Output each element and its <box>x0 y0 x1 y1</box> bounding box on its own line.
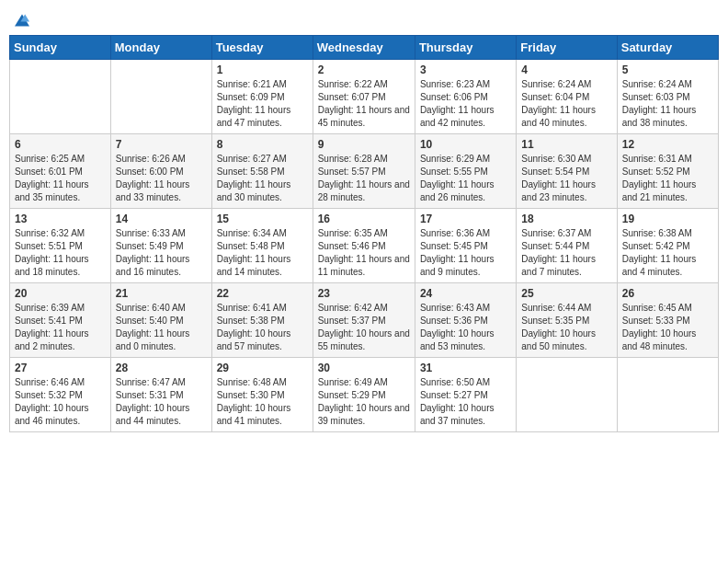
cell-content: Sunrise: 6:38 AM Sunset: 5:42 PM Dayligh… <box>622 227 713 279</box>
calendar-cell: 20Sunrise: 6:39 AM Sunset: 5:41 PM Dayli… <box>10 283 111 358</box>
cell-content: Sunrise: 6:21 AM Sunset: 6:09 PM Dayligh… <box>217 78 308 130</box>
day-number: 25 <box>521 287 611 300</box>
cell-content: Sunrise: 6:47 AM Sunset: 5:31 PM Dayligh… <box>116 376 207 428</box>
column-header-sunday: Sunday <box>10 36 111 60</box>
calendar-cell <box>10 60 111 134</box>
cell-content: Sunrise: 6:43 AM Sunset: 5:36 PM Dayligh… <box>420 302 511 353</box>
calendar-cell: 11Sunrise: 6:30 AM Sunset: 5:54 PM Dayli… <box>517 134 617 209</box>
cell-content: Sunrise: 6:48 AM Sunset: 5:30 PM Dayligh… <box>217 376 308 428</box>
calendar-week-row: 20Sunrise: 6:39 AM Sunset: 5:41 PM Dayli… <box>10 283 719 358</box>
calendar-cell: 26Sunrise: 6:45 AM Sunset: 5:33 PM Dayli… <box>617 283 718 358</box>
day-number: 29 <box>217 362 308 374</box>
cell-content: Sunrise: 6:26 AM Sunset: 6:00 PM Dayligh… <box>116 153 207 204</box>
calendar-cell: 18Sunrise: 6:37 AM Sunset: 5:44 PM Dayli… <box>517 209 617 283</box>
calendar-cell: 5Sunrise: 6:24 AM Sunset: 6:03 PM Daylig… <box>617 60 718 134</box>
calendar-cell: 4Sunrise: 6:24 AM Sunset: 6:04 PM Daylig… <box>517 60 617 134</box>
page-header <box>9 9 719 28</box>
calendar-week-row: 1Sunrise: 6:21 AM Sunset: 6:09 PM Daylig… <box>10 60 719 134</box>
day-number: 7 <box>116 138 207 151</box>
cell-content: Sunrise: 6:23 AM Sunset: 6:06 PM Dayligh… <box>420 78 511 130</box>
calendar-cell: 24Sunrise: 6:43 AM Sunset: 5:36 PM Dayli… <box>415 283 516 358</box>
cell-content: Sunrise: 6:32 AM Sunset: 5:51 PM Dayligh… <box>15 227 106 279</box>
cell-content: Sunrise: 6:42 AM Sunset: 5:37 PM Dayligh… <box>318 302 410 353</box>
day-number: 15 <box>217 213 308 225</box>
day-number: 2 <box>318 63 410 76</box>
day-number: 30 <box>318 362 410 374</box>
day-number: 4 <box>521 63 611 76</box>
day-number: 23 <box>318 287 410 300</box>
cell-content: Sunrise: 6:29 AM Sunset: 5:55 PM Dayligh… <box>420 153 511 204</box>
day-number: 11 <box>521 138 611 151</box>
cell-content: Sunrise: 6:31 AM Sunset: 5:52 PM Dayligh… <box>622 153 713 204</box>
logo <box>13 9 29 28</box>
day-number: 14 <box>116 213 207 225</box>
day-number: 17 <box>420 213 511 225</box>
cell-content: Sunrise: 6:39 AM Sunset: 5:41 PM Dayligh… <box>15 302 106 353</box>
day-number: 9 <box>318 138 410 151</box>
calendar-cell: 17Sunrise: 6:36 AM Sunset: 5:45 PM Dayli… <box>415 209 516 283</box>
logo-icon <box>15 13 29 28</box>
day-number: 19 <box>622 213 713 225</box>
day-number: 22 <box>217 287 308 300</box>
calendar-cell: 8Sunrise: 6:27 AM Sunset: 5:58 PM Daylig… <box>211 134 313 209</box>
calendar-cell: 9Sunrise: 6:28 AM Sunset: 5:57 PM Daylig… <box>313 134 415 209</box>
calendar-header-row: SundayMondayTuesdayWednesdayThursdayFrid… <box>10 36 719 60</box>
cell-content: Sunrise: 6:27 AM Sunset: 5:58 PM Dayligh… <box>217 153 308 204</box>
cell-content: Sunrise: 6:50 AM Sunset: 5:27 PM Dayligh… <box>420 376 511 428</box>
calendar-week-row: 27Sunrise: 6:46 AM Sunset: 5:32 PM Dayli… <box>10 358 719 432</box>
calendar-cell: 1Sunrise: 6:21 AM Sunset: 6:09 PM Daylig… <box>211 60 313 134</box>
calendar-cell: 15Sunrise: 6:34 AM Sunset: 5:48 PM Dayli… <box>211 209 313 283</box>
day-number: 18 <box>521 213 611 225</box>
day-number: 21 <box>116 287 207 300</box>
calendar-cell: 7Sunrise: 6:26 AM Sunset: 6:00 PM Daylig… <box>110 134 211 209</box>
column-header-saturday: Saturday <box>617 36 718 60</box>
calendar-cell <box>517 358 617 432</box>
day-number: 6 <box>15 138 106 151</box>
cell-content: Sunrise: 6:37 AM Sunset: 5:44 PM Dayligh… <box>521 227 611 279</box>
calendar-cell: 2Sunrise: 6:22 AM Sunset: 6:07 PM Daylig… <box>313 60 415 134</box>
calendar-cell: 19Sunrise: 6:38 AM Sunset: 5:42 PM Dayli… <box>617 209 718 283</box>
cell-content: Sunrise: 6:34 AM Sunset: 5:48 PM Dayligh… <box>217 227 308 279</box>
cell-content: Sunrise: 6:24 AM Sunset: 6:04 PM Dayligh… <box>521 78 611 130</box>
day-number: 16 <box>318 213 410 225</box>
day-number: 3 <box>420 63 511 76</box>
day-number: 10 <box>420 138 511 151</box>
column-header-wednesday: Wednesday <box>313 36 415 60</box>
calendar-cell: 28Sunrise: 6:47 AM Sunset: 5:31 PM Dayli… <box>110 358 211 432</box>
calendar-week-row: 13Sunrise: 6:32 AM Sunset: 5:51 PM Dayli… <box>10 209 719 283</box>
calendar-cell: 3Sunrise: 6:23 AM Sunset: 6:06 PM Daylig… <box>415 60 516 134</box>
cell-content: Sunrise: 6:28 AM Sunset: 5:57 PM Dayligh… <box>318 153 410 204</box>
cell-content: Sunrise: 6:36 AM Sunset: 5:45 PM Dayligh… <box>420 227 511 279</box>
calendar-cell: 14Sunrise: 6:33 AM Sunset: 5:49 PM Dayli… <box>110 209 211 283</box>
day-number: 31 <box>420 362 511 374</box>
cell-content: Sunrise: 6:40 AM Sunset: 5:40 PM Dayligh… <box>116 302 207 353</box>
day-number: 1 <box>217 63 308 76</box>
cell-content: Sunrise: 6:35 AM Sunset: 5:46 PM Dayligh… <box>318 227 410 279</box>
day-number: 24 <box>420 287 511 300</box>
day-number: 27 <box>15 362 106 374</box>
calendar-cell: 10Sunrise: 6:29 AM Sunset: 5:55 PM Dayli… <box>415 134 516 209</box>
calendar-cell: 31Sunrise: 6:50 AM Sunset: 5:27 PM Dayli… <box>415 358 516 432</box>
column-header-thursday: Thursday <box>415 36 516 60</box>
calendar-cell: 23Sunrise: 6:42 AM Sunset: 5:37 PM Dayli… <box>313 283 415 358</box>
column-header-monday: Monday <box>110 36 211 60</box>
cell-content: Sunrise: 6:45 AM Sunset: 5:33 PM Dayligh… <box>622 302 713 353</box>
calendar-cell: 16Sunrise: 6:35 AM Sunset: 5:46 PM Dayli… <box>313 209 415 283</box>
cell-content: Sunrise: 6:25 AM Sunset: 6:01 PM Dayligh… <box>15 153 106 204</box>
column-header-friday: Friday <box>517 36 617 60</box>
day-number: 5 <box>622 63 713 76</box>
cell-content: Sunrise: 6:24 AM Sunset: 6:03 PM Dayligh… <box>622 78 713 130</box>
calendar-week-row: 6Sunrise: 6:25 AM Sunset: 6:01 PM Daylig… <box>10 134 719 209</box>
cell-content: Sunrise: 6:33 AM Sunset: 5:49 PM Dayligh… <box>116 227 207 279</box>
cell-content: Sunrise: 6:44 AM Sunset: 5:35 PM Dayligh… <box>521 302 611 353</box>
calendar-cell <box>617 358 718 432</box>
cell-content: Sunrise: 6:30 AM Sunset: 5:54 PM Dayligh… <box>521 153 611 204</box>
calendar-cell: 27Sunrise: 6:46 AM Sunset: 5:32 PM Dayli… <box>10 358 111 432</box>
calendar-cell: 6Sunrise: 6:25 AM Sunset: 6:01 PM Daylig… <box>10 134 111 209</box>
column-header-tuesday: Tuesday <box>211 36 313 60</box>
calendar-cell: 22Sunrise: 6:41 AM Sunset: 5:38 PM Dayli… <box>211 283 313 358</box>
cell-content: Sunrise: 6:41 AM Sunset: 5:38 PM Dayligh… <box>217 302 308 353</box>
calendar-cell <box>110 60 211 134</box>
calendar-cell: 12Sunrise: 6:31 AM Sunset: 5:52 PM Dayli… <box>617 134 718 209</box>
day-number: 20 <box>15 287 106 300</box>
